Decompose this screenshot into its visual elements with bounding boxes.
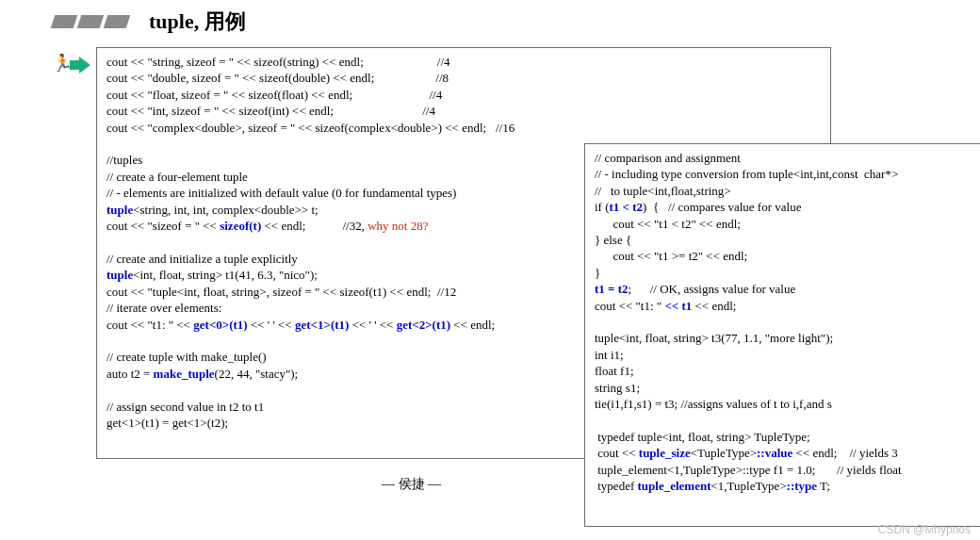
code-line: typedef — [595, 479, 637, 493]
code-line: T; — [817, 479, 830, 493]
code-line: <1,TupleType> — [710, 479, 786, 493]
code-comment: //4 — [422, 104, 435, 118]
code-line: cout << "t1 < t2" << endl; — [595, 216, 972, 232]
code-comment: // to tuple<int,float,string> — [595, 183, 972, 199]
code-line: tuple_element<1,TupleType>::type f1 = 1.… — [595, 462, 972, 478]
keyword-make-tuple: make_tuple — [154, 367, 215, 381]
keyword-tuple-element: tuple_element — [637, 479, 710, 493]
code-line: tie(i1,f1,s1) = t3; //assigns values of … — [595, 396, 972, 412]
svg-marker-0 — [70, 57, 90, 74]
code-line: cout << — [595, 446, 639, 460]
keyword-get: get<1>(t1) — [295, 318, 349, 332]
code-line: <TupleType> — [691, 446, 757, 460]
code-line: float f1; — [595, 363, 972, 379]
arrow-right-icon — [70, 57, 90, 74]
slide-header: tuple, 用例 — [6, 8, 974, 36]
keyword-tuple: tuple — [106, 203, 133, 217]
code-line: cout << "complex<double>, sizeof = " << … — [106, 120, 821, 136]
code-line: cout << "float, sizeof = " << sizeof(flo… — [106, 88, 352, 102]
code-line: ; // OK, assigns value for value — [629, 282, 796, 296]
code-line: cout << "t1: " — [595, 299, 664, 313]
code-line: typedef tuple<int, float, string> TupleT… — [595, 429, 972, 445]
code-line: << endl; // yields 3 — [792, 446, 897, 460]
code-line: if ( — [595, 200, 610, 214]
keyword-sizeof: sizeof(t) — [220, 219, 261, 233]
code-line: << endl; — [450, 318, 495, 332]
code-line: string s1; — [595, 380, 972, 396]
keyword-type: ::type — [787, 479, 818, 493]
credit-watermark: CSDN @Mhypnos — [878, 523, 971, 536]
code-line: << ' ' << — [248, 318, 295, 332]
decor-bar — [104, 15, 131, 28]
decor-bar — [77, 15, 105, 28]
keyword-tuple-size: tuple_size — [639, 446, 691, 460]
code-line: cout << "double, sizeof = " << sizeof(do… — [106, 71, 374, 85]
code-line: ) { // compares value for value — [643, 200, 801, 214]
code-line: << endl; — [261, 219, 305, 233]
keyword-assign: t1 = t2 — [595, 282, 629, 296]
keyword-value: ::value — [757, 446, 792, 460]
keyword-get: get<2>(t1) — [397, 318, 450, 332]
keyword-compare: t1 < t2 — [610, 200, 644, 214]
code-line: cout << "int, sizeof = " << sizeof(int) … — [106, 104, 334, 118]
code-line: } else { — [595, 232, 972, 248]
code-line: auto t2 = — [106, 367, 154, 381]
keyword-stream: << t1 — [664, 299, 692, 313]
keyword-get: get<0>(t1) — [193, 318, 247, 332]
code-line: cout << "sizeof = " << — [106, 219, 220, 233]
code-comment: //32, — [342, 219, 368, 233]
code-line: << endl; — [692, 299, 736, 313]
code-line: (22, 44, "stacy"); — [215, 367, 299, 381]
remark: why not 28? — [368, 219, 428, 233]
code-line: } — [595, 265, 972, 281]
code-comment: //8 — [435, 71, 449, 85]
code-line: cout << "t1 >= t2" << endl; — [595, 248, 972, 264]
code-line: <int, float, string> t1(41, 6.3, "nico")… — [133, 268, 318, 282]
code-line: tuple<int, float, string> t3(77, 1.1, "m… — [595, 330, 972, 346]
code-line: cout << "t1: " << — [106, 318, 193, 332]
code-panel-right: // comparison and assignment // - includ… — [584, 143, 980, 527]
slide-title: tuple, 用例 — [149, 8, 246, 36]
author-footer: — 侯捷 — — [382, 476, 441, 493]
code-comment: // comparison and assignment — [595, 150, 972, 166]
code-line: << ' ' << — [349, 318, 396, 332]
code-line: cout << "string, sizeof = " << sizeof(st… — [106, 55, 364, 69]
code-comment: //4 — [429, 88, 442, 102]
code-comment: //4 — [437, 55, 450, 69]
code-comment: // - including type conversion from tupl… — [595, 166, 972, 182]
code-line: int i1; — [595, 347, 972, 363]
keyword-tuple: tuple — [106, 268, 133, 282]
decor-bar — [51, 15, 78, 28]
code-line: <string, int, int, complex<double>> t; — [133, 203, 318, 217]
